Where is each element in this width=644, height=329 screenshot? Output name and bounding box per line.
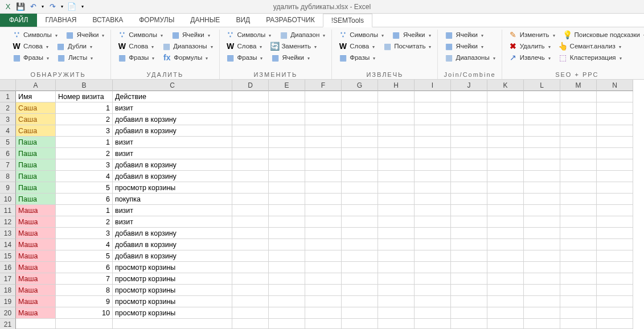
cell-K15[interactable] (487, 250, 524, 262)
cell-D10[interactable] (232, 194, 269, 205)
cell-M7[interactable] (560, 159, 597, 171)
cell-L7[interactable] (524, 159, 560, 171)
cell-E11[interactable] (269, 205, 305, 216)
ribbon-btn-посчитать[interactable]: ▦Посчитать (381, 41, 433, 51)
ribbon-btn-поисковые подсказки[interactable]: 💡Поисковые подсказки (561, 30, 644, 40)
row-header-3[interactable]: 3 (0, 114, 16, 125)
ribbon-btn-диапазон[interactable]: ▦Диапазон (277, 30, 327, 40)
cell-D3[interactable] (232, 114, 269, 125)
ribbon-btn-семант.анализ[interactable]: 👆Семант.анализ (557, 41, 623, 51)
row-header-21[interactable]: 21 (0, 319, 16, 329)
cell-H15[interactable] (378, 250, 415, 262)
ribbon-btn-символы[interactable]: ∵Символы (10, 30, 59, 40)
cell-E9[interactable] (269, 182, 305, 194)
ribbon-btn-кластеризация[interactable]: ⬚Кластеризация (557, 52, 624, 63)
ribbon-btn-ячейки[interactable]: ▦Ячейки (169, 30, 212, 40)
cell-J16[interactable] (451, 262, 487, 273)
cell-J6[interactable] (451, 148, 487, 159)
cell-L6[interactable] (524, 148, 560, 159)
cell-N17[interactable] (597, 273, 633, 285)
cell-D6[interactable] (232, 148, 269, 159)
cell-G20[interactable] (342, 307, 378, 319)
cell-A20[interactable]: Маша (16, 307, 56, 319)
ribbon-btn-ячейки[interactable]: ▦Ячейки (269, 52, 311, 63)
cell-E10[interactable] (269, 194, 305, 205)
cell-E20[interactable] (269, 307, 305, 319)
cell-L4[interactable] (524, 125, 560, 137)
cell-M20[interactable] (560, 307, 597, 319)
cell-H10[interactable] (378, 194, 415, 205)
cell-G18[interactable] (342, 285, 378, 296)
column-header-I[interactable]: I (415, 80, 451, 91)
cell-I6[interactable] (415, 148, 451, 159)
cell-M21[interactable] (560, 319, 597, 329)
row-header-16[interactable]: 16 (0, 262, 16, 273)
cell-L16[interactable] (524, 262, 560, 273)
cell-J15[interactable] (451, 250, 487, 262)
tab-file[interactable]: ФАЙЛ (0, 14, 37, 27)
cell-C19[interactable]: просмотр корзины (113, 296, 232, 307)
ribbon-btn-формулы[interactable]: fxФормулы (161, 52, 210, 63)
cell-B9[interactable]: 5 (56, 182, 113, 194)
row-header-7[interactable]: 7 (0, 159, 16, 171)
cell-J11[interactable] (451, 205, 487, 216)
cell-B14[interactable]: 4 (56, 239, 113, 250)
cell-G17[interactable] (342, 273, 378, 285)
cell-I14[interactable] (415, 239, 451, 250)
cell-K1[interactable] (487, 91, 524, 102)
ribbon-btn-фразы[interactable]: ▦Фразы (337, 52, 377, 63)
row-header-14[interactable]: 14 (0, 239, 16, 250)
cell-C7[interactable]: добавил в корзину (113, 159, 232, 171)
column-header-N[interactable]: N (597, 80, 633, 91)
cell-F7[interactable] (305, 159, 342, 171)
cell-N9[interactable] (597, 182, 633, 194)
cell-M3[interactable] (560, 114, 597, 125)
ribbon-btn-символы[interactable]: ∵Символы (337, 30, 385, 40)
cell-H18[interactable] (378, 285, 415, 296)
cell-N20[interactable] (597, 307, 633, 319)
cell-L13[interactable] (524, 228, 560, 239)
cell-L17[interactable] (524, 273, 560, 285)
select-all-corner[interactable] (0, 80, 16, 91)
row-header-19[interactable]: 19 (0, 296, 16, 307)
ribbon-btn-дубли[interactable]: ▦Дубли (55, 41, 94, 51)
cell-H5[interactable] (378, 137, 415, 148)
cell-E15[interactable] (269, 250, 305, 262)
cell-L11[interactable] (524, 205, 560, 216)
cell-D14[interactable] (232, 239, 269, 250)
cell-H19[interactable] (378, 296, 415, 307)
column-header-J[interactable]: J (451, 80, 487, 91)
cell-D11[interactable] (232, 205, 269, 216)
cell-G1[interactable] (342, 91, 378, 102)
cell-D20[interactable] (232, 307, 269, 319)
cell-N12[interactable] (597, 216, 633, 228)
cell-J13[interactable] (451, 228, 487, 239)
cell-M15[interactable] (560, 250, 597, 262)
cell-D5[interactable] (232, 137, 269, 148)
cell-G10[interactable] (342, 194, 378, 205)
redo-more-icon[interactable]: ▾ (59, 1, 65, 13)
cell-H14[interactable] (378, 239, 415, 250)
column-header-G[interactable]: G (342, 80, 378, 91)
cell-A9[interactable]: Паша (16, 182, 56, 194)
cell-D15[interactable] (232, 250, 269, 262)
cell-D7[interactable] (232, 159, 269, 171)
ribbon-btn-слова[interactable]: WСлова (116, 41, 155, 51)
cell-I17[interactable] (415, 273, 451, 285)
cell-I13[interactable] (415, 228, 451, 239)
cell-I16[interactable] (415, 262, 451, 273)
ribbon-btn-символы[interactable]: ∵Символы (224, 30, 273, 40)
cell-L9[interactable] (524, 182, 560, 194)
cell-E2[interactable] (269, 102, 305, 114)
cell-N18[interactable] (597, 285, 633, 296)
cell-C18[interactable]: просмотр корзины (113, 285, 232, 296)
cell-D9[interactable] (232, 182, 269, 194)
cell-D19[interactable] (232, 296, 269, 307)
cell-D8[interactable] (232, 171, 269, 182)
cell-B4[interactable]: 3 (56, 125, 113, 137)
row-header-1[interactable]: 1 (0, 91, 16, 102)
cell-B5[interactable]: 1 (56, 137, 113, 148)
ribbon-btn-заменить[interactable]: 🔄Заменить (268, 41, 318, 51)
cell-K4[interactable] (487, 125, 524, 137)
ribbon-btn-фразы[interactable]: ▦Фразы (10, 52, 51, 63)
